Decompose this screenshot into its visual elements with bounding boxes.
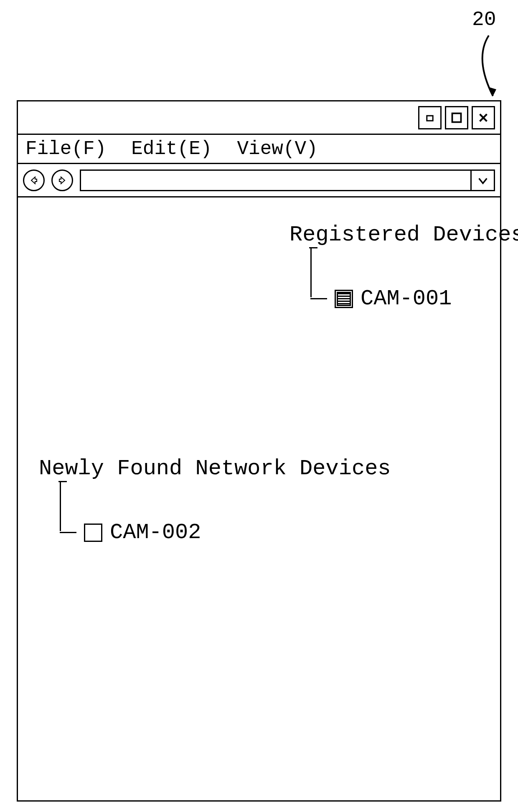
figure-callout-number: 20 (472, 8, 496, 31)
nav-back-button[interactable] (23, 169, 45, 191)
address-bar (80, 169, 495, 191)
menu-view[interactable]: View(V) (237, 138, 317, 160)
device-name[interactable]: CAM-001 (361, 286, 452, 311)
minimize-button[interactable] (418, 106, 442, 129)
newly-found-devices-group: Newly Found Network Devices CAM-002 (39, 456, 391, 481)
svg-rect-1 (452, 113, 461, 122)
tree-line (310, 298, 327, 299)
menubar: File(F) Edit(E) View(V) (18, 135, 500, 164)
menu-file[interactable]: File(F) (25, 138, 106, 160)
nav-forward-button[interactable] (51, 169, 73, 191)
chevron-down-icon (477, 175, 489, 186)
menu-edit[interactable]: Edit(E) (131, 138, 212, 160)
address-input[interactable] (81, 171, 470, 190)
toolbar (18, 164, 500, 197)
group-label: Newly Found Network Devices (39, 456, 391, 481)
registered-devices-group: Registered Devices CAM-001 (289, 223, 518, 247)
titlebar (18, 101, 500, 135)
camera-filled-icon (335, 290, 353, 308)
address-dropdown-button[interactable] (470, 171, 494, 190)
group-label: Registered Devices (289, 223, 518, 247)
callout-arrow (472, 33, 501, 100)
tree-line (60, 532, 76, 533)
application-window: File(F) Edit(E) View(V) Registered Devic… (17, 100, 501, 802)
device-name[interactable]: CAM-002 (110, 520, 201, 545)
content-pane: Registered Devices CAM-001 Newly Found N… (18, 197, 500, 800)
close-button[interactable] (472, 106, 495, 129)
svg-rect-0 (427, 116, 433, 121)
maximize-button[interactable] (445, 106, 468, 129)
camera-empty-icon (84, 524, 102, 542)
